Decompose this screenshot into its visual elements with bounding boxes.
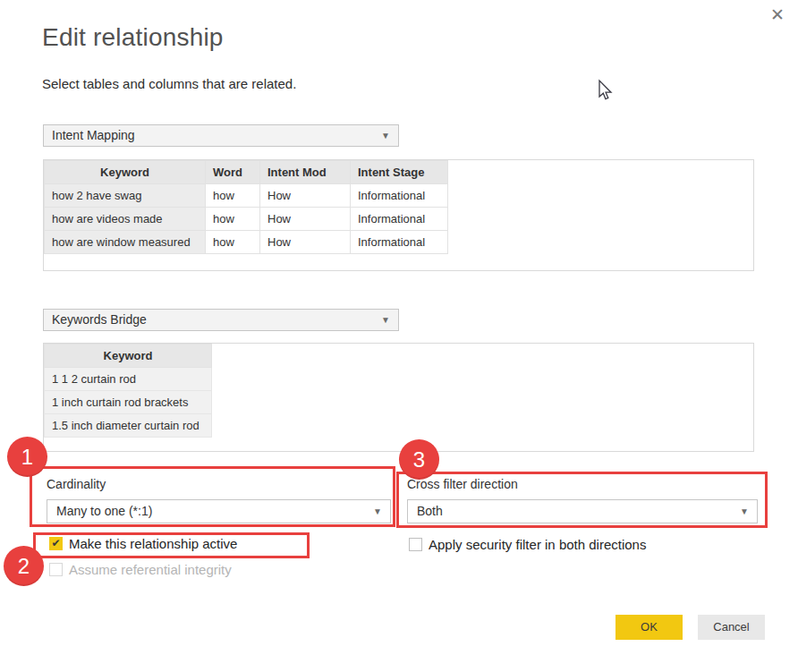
table-cell: Informational [351, 208, 448, 231]
table-row: 1 1 2 curtain rod [45, 368, 212, 391]
column-header: Keyword [45, 161, 206, 184]
table-header-row: Keyword [45, 345, 212, 368]
apply-security-filter-label: Apply security filter in both directions [429, 537, 646, 552]
assume-referential-integrity-checkbox [49, 563, 63, 576]
mouse-cursor [593, 78, 616, 103]
table1: Keyword Word Intent Mod Intent Stage how… [44, 160, 448, 254]
table-header-row: Keyword Word Intent Mod Intent Stage [45, 161, 448, 184]
edit-relationship-dialog: ✕ Edit relationship Select tables and co… [0, 0, 798, 672]
column-header: Keyword [45, 345, 212, 368]
annotation-badge-2: 2 [4, 546, 44, 586]
table-cell: How [260, 231, 351, 254]
page-title: Edit relationship [42, 23, 224, 52]
table2-selector-dropdown[interactable]: Keywords Bridge ▼ [43, 309, 399, 331]
annotation-badge-1: 1 [7, 437, 47, 477]
chevron-down-icon: ▼ [381, 125, 390, 146]
ok-button[interactable]: OK [615, 615, 683, 640]
apply-security-filter-checkbox[interactable] [409, 538, 422, 551]
table-row: how are videos made how How Informationa… [45, 208, 448, 231]
table-cell: Informational [351, 184, 448, 208]
cancel-button[interactable]: Cancel [698, 615, 765, 640]
column-header: Intent Stage [351, 161, 448, 184]
table-cell: 1 inch curtain rod brackets [45, 391, 212, 414]
dialog-subtitle: Select tables and columns that are relat… [42, 76, 296, 91]
table2-preview: Keyword 1 1 2 curtain rod 1 inch curtain… [43, 343, 754, 452]
table-row: how are window measured how How Informat… [45, 231, 448, 254]
chevron-down-icon: ▼ [381, 310, 390, 330]
table-cell: 1.5 inch diameter curtain rod [45, 414, 212, 438]
table-cell: Informational [351, 231, 448, 254]
table-row: 1 inch curtain rod brackets [45, 391, 212, 414]
table2: Keyword 1 1 2 curtain rod 1 inch curtain… [44, 344, 212, 438]
column-header: Word [206, 161, 260, 184]
table-cell: How [260, 208, 351, 231]
annotation-badge-3: 3 [399, 439, 439, 480]
close-icon[interactable]: ✕ [770, 4, 785, 25]
table-cell: how [206, 231, 260, 254]
column-header: Intent Mod [260, 161, 351, 184]
assume-referential-integrity-label: Assume referential integrity [69, 562, 232, 577]
annotation-rect-cross-filter [396, 472, 768, 528]
table1-preview: Keyword Word Intent Mod Intent Stage how… [43, 159, 754, 271]
table-cell: how 2 have swag [45, 184, 206, 208]
table1-selector-dropdown[interactable]: Intent Mapping ▼ [43, 124, 399, 147]
table2-selector-value: Keywords Bridge [52, 312, 147, 327]
annotation-rect-cardinality [30, 466, 395, 527]
table1-selector-value: Intent Mapping [52, 128, 135, 142]
table-cell: how are videos made [45, 208, 206, 231]
table-cell: How [260, 184, 351, 208]
table-cell: how [206, 184, 260, 208]
table-cell: how are window measured [45, 231, 206, 254]
table-row: how 2 have swag how How Informational [45, 184, 448, 208]
table-cell: 1 1 2 curtain rod [45, 368, 212, 391]
table-row: 1.5 inch diameter curtain rod [45, 414, 212, 438]
annotation-rect-active-checkbox [33, 532, 310, 558]
table-cell: how [206, 208, 260, 231]
